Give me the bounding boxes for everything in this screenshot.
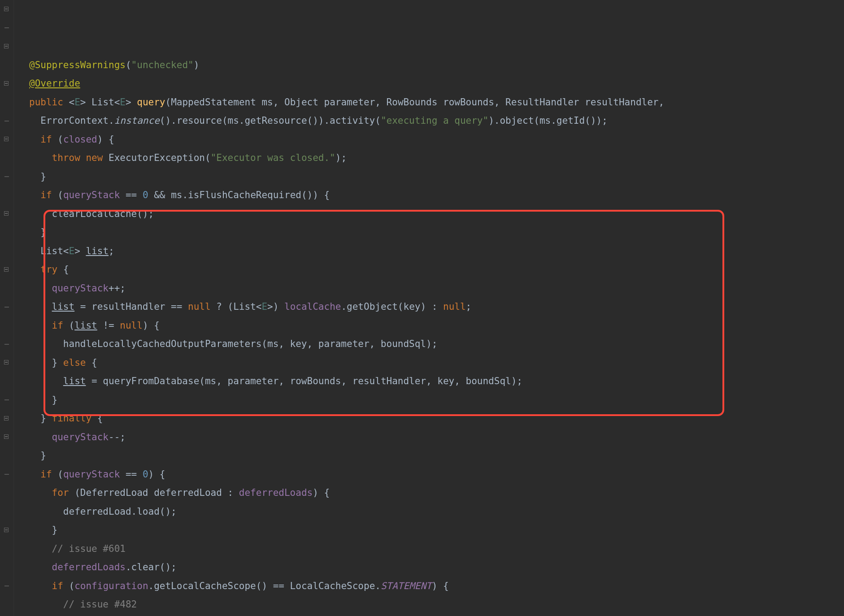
code-line[interactable]: } [29, 168, 844, 187]
code-token: // issue #601 [52, 543, 126, 554]
gutter-row[interactable] [0, 19, 13, 38]
code-line[interactable]: queryStack--; [29, 428, 844, 447]
gutter-row[interactable] [0, 74, 13, 93]
fold-toggle-icon[interactable] [4, 434, 9, 440]
code-line[interactable]: // issue #601 [29, 540, 844, 559]
code-line[interactable]: if (list != null) { [29, 317, 844, 335]
code-line[interactable]: throw new ExecutorException("Executor wa… [29, 149, 844, 168]
gutter-row[interactable] [0, 354, 13, 373]
code-token: > List< [80, 97, 120, 108]
gutter-row[interactable] [0, 279, 13, 298]
code-line[interactable]: deferredLoads.clear(); [29, 558, 844, 577]
gutter-row[interactable] [0, 540, 13, 559]
gutter-row[interactable] [0, 37, 13, 56]
gutter-row[interactable] [0, 447, 13, 465]
editor-gutter[interactable] [0, 0, 14, 616]
gutter-row[interactable] [0, 260, 13, 279]
gutter-row[interactable] [0, 93, 13, 112]
code-line[interactable]: } else { [29, 354, 844, 373]
code-line[interactable]: } [29, 223, 844, 242]
gutter-row[interactable] [0, 149, 13, 168]
gutter-row[interactable] [0, 56, 13, 75]
code-line[interactable]: for (DeferredLoad deferredLoad : deferre… [29, 484, 844, 503]
code-token: else [63, 357, 91, 368]
code-token: list [86, 246, 109, 256]
code-line[interactable]: try { [29, 260, 844, 279]
gutter-row[interactable] [0, 503, 13, 521]
code-token: } [29, 525, 57, 535]
code-token [29, 562, 52, 573]
fold-end-icon [4, 307, 9, 308]
code-line[interactable]: clearLocalCache(); [29, 614, 844, 616]
code-line[interactable]: if (configuration.getLocalCacheScope() =… [29, 577, 844, 596]
code-token [29, 581, 52, 591]
code-line[interactable]: } [29, 391, 844, 410]
code-token: "executing a query" [381, 115, 488, 126]
gutter-row[interactable] [0, 112, 13, 130]
fold-toggle-icon[interactable] [4, 81, 9, 87]
code-token: closed [63, 134, 97, 145]
code-line[interactable]: public <E> List<E> query(MappedStatement… [29, 93, 844, 112]
code-line[interactable]: if (queryStack == 0 && ms.isFlushCacheRe… [29, 186, 844, 205]
code-line[interactable]: if (closed) { [29, 130, 844, 149]
gutter-row[interactable] [0, 409, 13, 428]
code-line[interactable]: deferredLoad.load(); [29, 503, 844, 521]
gutter-row[interactable] [0, 205, 13, 224]
code-token: query [137, 97, 165, 108]
code-token: >) [267, 301, 284, 312]
code-line[interactable]: List<E> list; [29, 242, 844, 261]
code-line[interactable]: queryStack++; [29, 279, 844, 298]
gutter-row[interactable] [0, 317, 13, 335]
code-token: ().resource(ms.getResource()).activity( [160, 115, 381, 126]
code-token: "Executor was closed." [211, 152, 335, 163]
gutter-row[interactable] [0, 242, 13, 261]
gutter-row[interactable] [0, 130, 13, 149]
gutter-row[interactable] [0, 335, 13, 354]
code-token: ( [126, 60, 131, 70]
fold-toggle-icon[interactable] [4, 137, 9, 142]
gutter-row[interactable] [0, 372, 13, 391]
code-line[interactable]: clearLocalCache(); [29, 205, 844, 224]
code-token: ) { [148, 469, 165, 480]
code-line[interactable]: } finally { [29, 409, 844, 428]
code-token: if [52, 581, 69, 591]
code-area[interactable]: @SuppressWarnings("unchecked")@Overridep… [14, 0, 844, 616]
code-line[interactable]: // issue #482 [29, 595, 844, 614]
fold-toggle-icon[interactable] [4, 211, 9, 217]
code-token: instance [114, 115, 160, 126]
code-line[interactable]: list = resultHandler == null ? (List<E>)… [29, 298, 844, 317]
code-token: ( [57, 190, 63, 200]
gutter-row[interactable] [0, 223, 13, 242]
code-token: list [74, 320, 97, 331]
gutter-row[interactable] [0, 521, 13, 540]
code-editor[interactable]: @SuppressWarnings("unchecked")@Overridep… [0, 0, 844, 616]
code-line[interactable]: } [29, 521, 844, 540]
fold-toggle-icon[interactable] [4, 528, 9, 533]
code-line[interactable]: list = queryFromDatabase(ms, parameter, … [29, 372, 844, 391]
fold-toggle-icon[interactable] [4, 44, 9, 49]
code-token: ? (List< [216, 301, 261, 312]
code-line[interactable]: handleLocallyCachedOutputParameters(ms, … [29, 335, 844, 354]
gutter-row[interactable] [0, 577, 13, 596]
code-line[interactable]: ErrorContext.instance().resource(ms.getR… [29, 112, 844, 130]
code-line[interactable]: @Override [29, 74, 844, 93]
gutter-row[interactable] [0, 391, 13, 410]
code-line[interactable]: } [29, 447, 844, 465]
gutter-row[interactable] [0, 298, 13, 317]
fold-end-icon [4, 27, 9, 28]
fold-toggle-icon[interactable] [4, 416, 9, 421]
gutter-row[interactable] [0, 428, 13, 447]
gutter-row[interactable] [0, 484, 13, 503]
code-line[interactable]: if (queryStack == 0) { [29, 465, 844, 484]
fold-toggle-icon[interactable] [4, 7, 9, 12]
gutter-row[interactable] [0, 0, 13, 19]
code-token [29, 301, 52, 312]
gutter-row[interactable] [0, 465, 13, 484]
code-line[interactable]: @SuppressWarnings("unchecked") [29, 56, 844, 75]
fold-toggle-icon[interactable] [4, 267, 9, 273]
fold-toggle-icon[interactable] [4, 360, 9, 365]
gutter-row[interactable] [0, 168, 13, 187]
gutter-row[interactable] [0, 558, 13, 577]
gutter-row[interactable] [0, 595, 13, 614]
gutter-row[interactable] [0, 186, 13, 205]
